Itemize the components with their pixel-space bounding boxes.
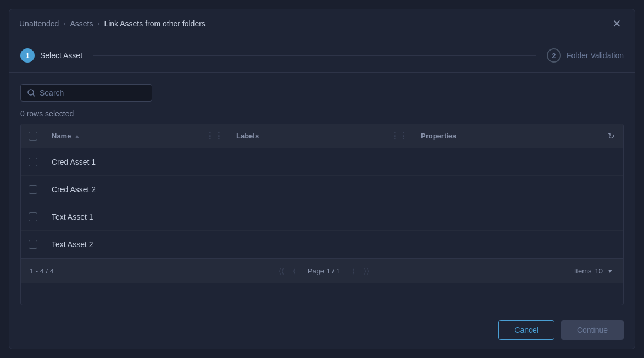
header-checkbox-cell (21, 132, 45, 141)
table-row: Text Asset 2 (21, 231, 623, 258)
page-info: Page 1 / 1 (301, 267, 347, 275)
header-refresh-cell: ↻ (599, 131, 623, 141)
refresh-button[interactable]: ↻ (608, 131, 615, 141)
first-page-button[interactable]: ⟨⟨ (275, 265, 287, 277)
row-1-checkbox[interactable] (29, 158, 37, 166)
step-2: 2 Folder Validation (547, 48, 624, 63)
search-icon (27, 89, 35, 97)
table-row: Text Asset 1 (21, 203, 623, 231)
row-1-checkbox-cell (21, 158, 45, 166)
header-properties-label: Properties (421, 132, 456, 140)
row-2-checkbox-cell (21, 185, 45, 194)
breadcrumb-unattended[interactable]: Unattended (19, 19, 59, 28)
row-3-name: Text Asset 1 (45, 212, 230, 221)
step-1-circle: 1 (20, 48, 35, 63)
header-name: Name ▲ ⋮⋮ (45, 131, 230, 141)
row-4-checkbox[interactable] (29, 240, 37, 249)
sort-asc-icon[interactable]: ▲ (74, 133, 80, 139)
rows-selected-label: 0 rows selected (20, 109, 624, 118)
row-2-checkbox[interactable] (29, 185, 37, 194)
pagination-bar: 1 - 4 / 4 ⟨⟨ ⟨ Page 1 / 1 ⟩ ⟩⟩ Items 10 … (21, 258, 623, 283)
header-labels: Labels ⋮⋮ (230, 131, 414, 141)
step-divider (93, 55, 536, 56)
steps-bar: 1 Select Asset 2 Folder Validation (9, 38, 635, 73)
page-range: 1 - 4 / 4 (30, 267, 74, 275)
items-count: 10 (595, 267, 603, 275)
cancel-button[interactable]: Cancel (498, 320, 554, 340)
modal-body: 0 rows selected Name ▲ ⋮⋮ Labels ⋮⋮ Prop… (9, 73, 635, 311)
table-row: Cred Asset 1 (21, 148, 623, 176)
header-name-label: Name (52, 132, 71, 140)
select-all-checkbox[interactable] (29, 132, 37, 141)
close-button[interactable]: ✕ (609, 17, 625, 30)
svg-line-1 (33, 94, 35, 96)
row-1-name: Cred Asset 1 (45, 158, 230, 166)
last-page-button[interactable]: ⟩⟩ (360, 265, 373, 277)
row-4-name: Text Asset 2 (45, 240, 230, 249)
step-1: 1 Select Asset (20, 48, 82, 63)
prev-page-button[interactable]: ⟨ (290, 265, 299, 277)
breadcrumb-current: Link Assets from other folders (104, 19, 205, 28)
items-per-page-dropdown-button[interactable]: ▾ (606, 266, 614, 276)
row-3-checkbox[interactable] (29, 212, 37, 221)
col-resize-name[interactable]: ⋮⋮ (206, 131, 223, 141)
table-row: Cred Asset 2 (21, 176, 623, 203)
table-header: Name ▲ ⋮⋮ Labels ⋮⋮ Properties ↻ (21, 124, 623, 148)
search-input[interactable] (40, 88, 145, 97)
row-3-checkbox-cell (21, 212, 45, 221)
col-resize-labels[interactable]: ⋮⋮ (390, 131, 408, 141)
breadcrumb-assets[interactable]: Assets (70, 19, 93, 28)
step-2-circle: 2 (547, 48, 561, 63)
step-2-label: Folder Validation (567, 51, 624, 60)
modal-footer: Cancel Continue (9, 311, 635, 349)
search-container (20, 84, 152, 102)
next-page-button[interactable]: ⟩ (349, 265, 358, 277)
assets-table: Name ▲ ⋮⋮ Labels ⋮⋮ Properties ↻ (20, 124, 624, 305)
items-label: Items (574, 267, 592, 275)
continue-button[interactable]: Continue (561, 320, 624, 340)
header-labels-label: Labels (236, 132, 259, 140)
items-per-page: Items 10 ▾ (574, 266, 614, 276)
row-2-name: Cred Asset 2 (45, 185, 230, 194)
breadcrumb-sep-1: › (63, 20, 65, 27)
modal: Unattended › Assets › Link Assets from o… (9, 9, 635, 349)
header-properties: Properties (414, 132, 599, 140)
breadcrumb-sep-2: › (97, 20, 99, 27)
row-4-checkbox-cell (21, 240, 45, 249)
page-nav: ⟨⟨ ⟨ Page 1 / 1 ⟩ ⟩⟩ (275, 265, 373, 277)
step-1-label: Select Asset (40, 51, 82, 60)
search-wrap (20, 84, 624, 102)
modal-header: Unattended › Assets › Link Assets from o… (9, 9, 635, 38)
